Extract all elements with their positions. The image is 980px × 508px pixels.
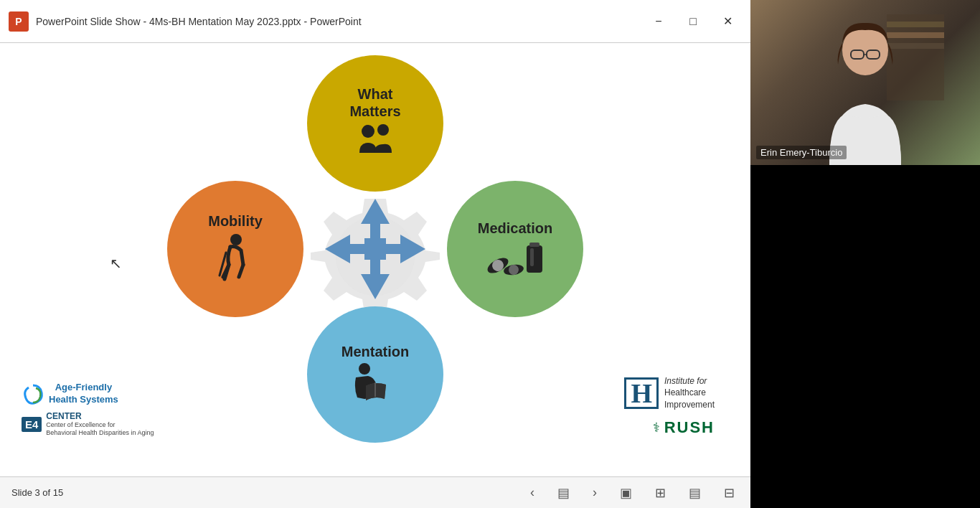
ea-subtext: Center of Excellence for Behavioral Heal…: [46, 421, 154, 437]
what-matters-label: WhatMatters: [349, 85, 400, 120]
ihi-text: Institute for Healthcare Improvement: [664, 375, 715, 411]
powerpoint-icon: P: [9, 11, 29, 32]
mobility-circle: Mobility: [167, 181, 303, 317]
medication-circle: Medication: [447, 181, 583, 317]
close-button[interactable]: ✕: [713, 11, 742, 32]
logos-bottom-right: H Institute for Healthcare Improvement ⚕…: [624, 375, 715, 437]
walking-person-icon: [216, 232, 255, 286]
window-controls: − □ ✕: [644, 11, 742, 32]
svg-rect-22: [887, 43, 944, 49]
slide-area: ↖: [0, 43, 750, 508]
age-friendly-text: Age-Friendly Health Systems: [49, 382, 118, 406]
svg-rect-14: [529, 243, 540, 247]
ea-center-logo: E4 CENTER Center of Excellence for Behav…: [22, 411, 154, 437]
webcam-dark-area: [750, 165, 980, 508]
age-friendly-swirl-icon: [22, 382, 44, 405]
what-matters-circle: WhatMatters: [307, 55, 443, 192]
svg-rect-5: [364, 238, 386, 260]
window-title: PowerPoint Slide Show - 4Ms-BH Mentation…: [36, 16, 644, 27]
reading-view-button[interactable]: ▤: [684, 484, 705, 502]
mouse-cursor: ↖: [110, 255, 122, 272]
svg-point-7: [377, 124, 389, 136]
webcam-panel: Erin Emery-Tiburcio: [750, 0, 980, 508]
rush-logo: ⚕ RUSH: [653, 418, 715, 437]
webcam-video: Erin Emery-Tiburcio: [750, 0, 980, 165]
age-friendly-logo: Age-Friendly Health Systems: [22, 382, 154, 406]
presenter-view-button[interactable]: ⊟: [720, 484, 739, 502]
minimize-button[interactable]: −: [644, 11, 673, 32]
four-ms-diagram: WhatMatters Mobility: [153, 48, 598, 450]
svg-point-8: [230, 234, 242, 245]
webcam-person-silhouette: [786, 14, 944, 165]
svg-rect-20: [887, 22, 944, 27]
reading-person-icon: [350, 363, 400, 406]
logos-bottom-left: Age-Friendly Health Systems E4 CENTER Ce…: [22, 382, 154, 437]
slide-view-button[interactable]: ▣: [616, 484, 636, 502]
grid-view-button[interactable]: ⊞: [651, 484, 670, 502]
mentation-label: Mentation: [341, 343, 409, 360]
ihi-logo: H Institute for Healthcare Improvement: [624, 375, 715, 411]
mentation-circle: Mentation: [307, 306, 443, 443]
svg-rect-13: [527, 245, 542, 273]
title-bar: P PowerPoint Slide Show - 4Ms-BH Mentati…: [0, 0, 750, 43]
medication-icon: [485, 240, 546, 279]
next-slide-button[interactable]: ›: [588, 484, 601, 502]
svg-point-6: [362, 125, 374, 138]
svg-rect-15: [530, 248, 534, 266]
mobility-label: Mobility: [208, 212, 263, 230]
center-label: CENTER: [46, 411, 154, 421]
previous-slide-button[interactable]: ‹: [526, 484, 539, 502]
rush-text: RUSH: [664, 418, 715, 437]
ihi-h-icon: H: [624, 377, 659, 409]
rush-icon: ⚕: [653, 420, 660, 436]
restore-button[interactable]: □: [679, 11, 707, 32]
svg-rect-21: [887, 32, 944, 38]
slide-content: ↖: [0, 43, 750, 476]
ea-box: E4: [22, 417, 42, 432]
slide-counter: Slide 3 of 15: [11, 487, 63, 498]
slide-panel-view-button[interactable]: ▤: [553, 484, 574, 502]
bottom-navigation-bar: Slide 3 of 15 ‹ ▤ › ▣ ⊞ ▤ ⊟: [0, 476, 750, 508]
webcam-person-name: Erin Emery-Tiburcio: [756, 146, 847, 159]
svg-point-16: [359, 363, 370, 375]
people-icon: [352, 123, 399, 162]
medication-label: Medication: [478, 220, 552, 237]
